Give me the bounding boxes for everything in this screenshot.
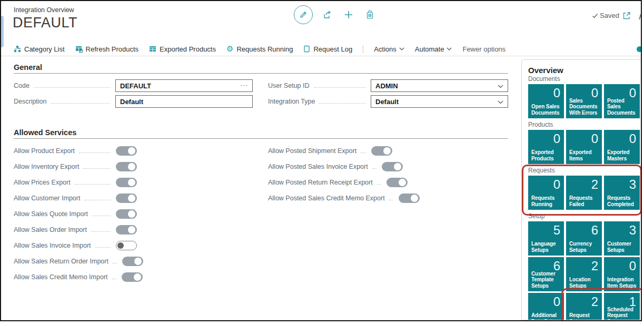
allow-sales-order-import-toggle[interactable] [116, 225, 137, 235]
action-label: Request Log [313, 45, 352, 53]
cue-tile-request-setups[interactable]: 2 Request Setups [566, 293, 602, 320]
allow-customer-import-toggle[interactable] [116, 193, 137, 203]
cue-tile-currency-setups[interactable]: 6 Currency Setups [566, 221, 602, 256]
cue-label: Location Setups [569, 277, 600, 289]
cue-tile-location-setups[interactable]: 2 Location Setups [566, 257, 602, 291]
cue-value: 0 [553, 294, 560, 309]
allow-posted-return-receipt-export-toggle[interactable] [387, 178, 408, 187]
dotted-leader [389, 193, 393, 200]
field-label: Allow Product Export [14, 147, 75, 155]
general-section-heading: General [14, 63, 42, 72]
action-request-log[interactable]: Request Log [303, 45, 352, 53]
field-label: Allow Sales Invoice Import [14, 242, 91, 249]
category-list-icon [14, 45, 21, 53]
actions-menu[interactable]: Actions [374, 45, 404, 53]
overview-panel: Overview Documents 0 Open Sales Document… [521, 59, 642, 320]
integration-type-select[interactable]: Default [371, 95, 508, 108]
cue-tile-exported-masters[interactable]: 0 Exported Masters [604, 130, 640, 164]
cue-value: 0 [553, 86, 560, 100]
chevron-down-icon [447, 47, 452, 50]
page-title: DEFAULT [13, 15, 77, 31]
allow-sales-credit-memo-import-toggle[interactable] [122, 272, 143, 282]
allow-product-export-toggle[interactable] [116, 146, 137, 156]
cue-label: Language Setups [531, 241, 562, 253]
cue-tile-exported-products[interactable]: 0 Exported Products [528, 130, 564, 164]
allow-sales-quote-import-toggle[interactable] [116, 209, 137, 219]
allow-posted-shipment-export-toggle[interactable] [371, 146, 392, 156]
allow-prices-export-toggle[interactable] [116, 178, 137, 187]
cue-tile-scheduled-request-setups[interactable]: 1 Scheduled Request Setups [604, 293, 640, 320]
action-category-list[interactable]: Category List [14, 45, 65, 53]
share-icon [323, 10, 332, 19]
cue-tile-requests-completed[interactable]: 3 Requests Completed [604, 176, 640, 210]
code-input[interactable] [115, 79, 253, 92]
description-input[interactable] [115, 95, 253, 108]
cue-label: Exported Masters [607, 149, 638, 161]
screenshot-stage: Integration Overview DEFAULT [0, 0, 644, 326]
cue-value: 2 [591, 177, 598, 192]
cue-value: 0 [629, 131, 636, 146]
action-refresh-products[interactable]: Refresh Products [75, 45, 138, 53]
action-label: Requests Running [236, 45, 293, 53]
allow-sales-invoice-import-toggle[interactable] [116, 241, 137, 250]
toggle-row: Allow Product Export [14, 146, 137, 156]
allow-posted-sales-invoice-export-toggle[interactable] [382, 162, 403, 171]
cue-group-label: Documents [528, 76, 642, 83]
allow-sales-return-order-import-toggle[interactable] [122, 257, 143, 266]
cue-label: Posted Sales Documents [607, 98, 638, 116]
fewer-options-button[interactable]: Fewer options [462, 45, 506, 53]
user-setup-id-select[interactable]: ADMIN [371, 79, 508, 92]
field-label: Allow Prices Export [14, 179, 71, 186]
toggle-knob [128, 195, 135, 202]
dotted-leader [95, 240, 111, 248]
field-label: User Setup ID [268, 82, 310, 89]
edit-button[interactable] [294, 5, 313, 24]
trash-icon [366, 10, 374, 19]
assist-edit-button[interactable]: ··· [240, 80, 249, 90]
cue-tile-sales-documents-with-errors[interactable]: 0 Sales Documents With Errors [566, 84, 602, 118]
allow-posted-sales-credit-memo-export-toggle[interactable] [399, 193, 420, 203]
cue-label: Exported Items [569, 149, 600, 161]
chevron-down-icon [399, 47, 404, 50]
toggle-row: Allow Sales Order Import [14, 225, 137, 235]
popout-button[interactable] [622, 12, 631, 20]
cue-tile-additional-data-setups[interactable]: 0 Additional Data Setups [528, 293, 564, 320]
delete-button[interactable] [363, 8, 376, 21]
clipped-edge-icon [639, 14, 642, 19]
cue-tile-language-setups[interactable]: 5 Language Setups [528, 221, 564, 256]
edge-accent [1, 16, 4, 47]
action-requests-running[interactable]: ⚙ Requests Running [226, 45, 293, 53]
allow-inventory-export-toggle[interactable] [116, 162, 137, 171]
cue-group-label: Requests [528, 167, 642, 174]
cue-label: Exported Products [531, 149, 562, 161]
cue-tile-customer-setups[interactable]: 3 Customer Setups [604, 221, 640, 256]
cue-tile-requests-failed[interactable]: 2 Requests Failed [566, 176, 602, 210]
automate-menu[interactable]: Automate [415, 45, 452, 53]
cue-label: Customer Template Setups [531, 271, 562, 289]
cue-tile-customer-template-setups[interactable]: 6 Customer Template Setups [528, 257, 564, 291]
action-exported-products[interactable]: Exported Products [149, 45, 216, 53]
cue-tile-posted-sales-documents[interactable]: 0 Posted Sales Documents [604, 84, 640, 118]
toggle-row: Allow Posted Sales Credit Memo Export [268, 193, 392, 203]
cue-label: Open Sales Documents [531, 104, 562, 116]
toggle-row: Allow Prices Export [14, 177, 137, 188]
cue-tile-exported-items[interactable]: 0 Exported Items [566, 130, 602, 164]
section-divider [14, 138, 508, 139]
cue-tile-integration-item-setups[interactable]: 0 Integration Item Setups [604, 257, 640, 291]
cue-group-products: Products 0 Exported Products 0 Exported … [528, 121, 642, 164]
dotted-leader [377, 177, 381, 185]
cue-tile-open-sales-documents[interactable]: 0 Open Sales Documents [528, 84, 564, 118]
cue-tile-requests-running[interactable]: 0 Requests Running [528, 176, 564, 210]
breadcrumb[interactable]: Integration Overview [14, 6, 74, 14]
dotted-leader [112, 272, 116, 279]
section-divider [14, 73, 508, 74]
dotted-leader [91, 225, 111, 232]
share-button[interactable] [321, 8, 334, 21]
request-log-icon [303, 45, 310, 53]
dotted-leader [75, 177, 111, 185]
new-button[interactable] [342, 8, 355, 21]
select-value: ADMIN [375, 82, 398, 90]
description-field-row: Description [14, 95, 253, 108]
field-label: Description [14, 98, 47, 105]
integration-type-field-row: Integration Type Default [268, 95, 508, 108]
